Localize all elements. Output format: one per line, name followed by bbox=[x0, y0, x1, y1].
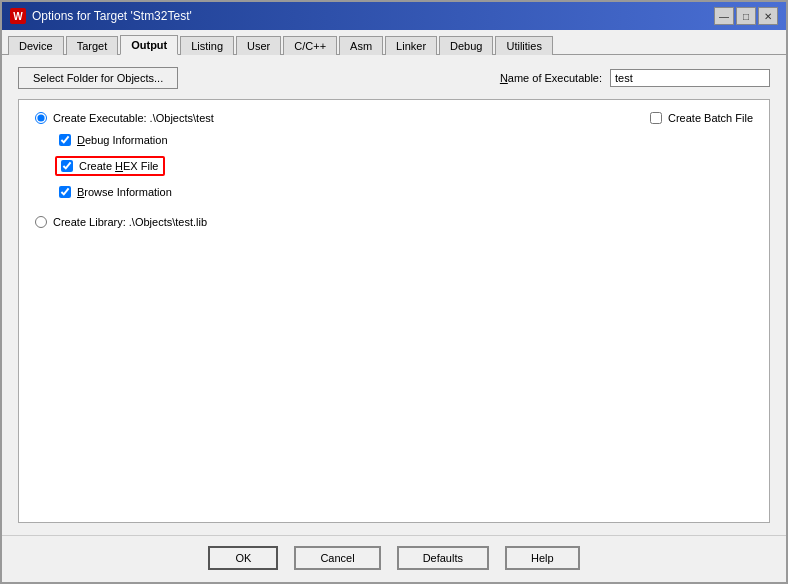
tab-utilities[interactable]: Utilities bbox=[495, 36, 552, 55]
tab-listing[interactable]: Listing bbox=[180, 36, 234, 55]
top-row: Select Folder for Objects... Name of Exe… bbox=[18, 67, 770, 89]
close-button[interactable]: ✕ bbox=[758, 7, 778, 25]
ok-button[interactable]: OK bbox=[208, 546, 278, 570]
browse-info-checkbox[interactable] bbox=[59, 186, 71, 198]
tabs-row: Device Target Output Listing User C/C++ … bbox=[2, 30, 786, 55]
name-exec-input[interactable] bbox=[610, 69, 770, 87]
title-bar: W Options for Target 'Stm32Test' — □ ✕ bbox=[2, 2, 786, 30]
tab-linker[interactable]: Linker bbox=[385, 36, 437, 55]
tab-target[interactable]: Target bbox=[66, 36, 119, 55]
content-area: Select Folder for Objects... Name of Exe… bbox=[2, 55, 786, 535]
maximize-button[interactable]: □ bbox=[736, 7, 756, 25]
debug-info-checkbox[interactable] bbox=[59, 134, 71, 146]
bottom-buttons: OK Cancel Defaults Help bbox=[2, 535, 786, 582]
create-hex-label: Create HEX File bbox=[79, 160, 159, 172]
tab-device[interactable]: Device bbox=[8, 36, 64, 55]
create-batch-checkbox[interactable] bbox=[650, 112, 662, 124]
cancel-button[interactable]: Cancel bbox=[294, 546, 380, 570]
name-exec-row: Name of Executable: bbox=[500, 69, 770, 87]
title-bar-left: W Options for Target 'Stm32Test' bbox=[10, 8, 192, 24]
create-executable-label: Create Executable: .\Objects\test bbox=[53, 112, 214, 124]
create-executable-radio[interactable] bbox=[35, 112, 47, 124]
create-library-radio[interactable] bbox=[35, 216, 47, 228]
select-folder-button[interactable]: Select Folder for Objects... bbox=[18, 67, 178, 89]
options-group: Create Batch File Create Executable: .\O… bbox=[18, 99, 770, 523]
tab-cpp[interactable]: C/C++ bbox=[283, 36, 337, 55]
create-hex-highlight: Create HEX File bbox=[55, 156, 165, 176]
create-library-label: Create Library: .\Objects\test.lib bbox=[53, 216, 207, 228]
debug-info-row: Debug Information bbox=[35, 134, 753, 146]
tab-asm[interactable]: Asm bbox=[339, 36, 383, 55]
create-batch-row: Create Batch File bbox=[650, 112, 753, 124]
help-button[interactable]: Help bbox=[505, 546, 580, 570]
create-executable-row: Create Executable: .\Objects\test bbox=[35, 112, 753, 124]
tab-user[interactable]: User bbox=[236, 36, 281, 55]
title-buttons: — □ ✕ bbox=[714, 7, 778, 25]
window-title: Options for Target 'Stm32Test' bbox=[32, 9, 192, 23]
debug-info-label: Debug Information bbox=[77, 134, 168, 146]
tab-output[interactable]: Output bbox=[120, 35, 178, 55]
main-window: W Options for Target 'Stm32Test' — □ ✕ D… bbox=[0, 0, 788, 584]
defaults-button[interactable]: Defaults bbox=[397, 546, 489, 570]
create-library-row: Create Library: .\Objects\test.lib bbox=[35, 216, 753, 228]
create-batch-label: Create Batch File bbox=[668, 112, 753, 124]
app-icon: W bbox=[10, 8, 26, 24]
create-hex-row: Create HEX File bbox=[35, 156, 753, 176]
browse-info-label: Browse Information bbox=[77, 186, 172, 198]
minimize-button[interactable]: — bbox=[714, 7, 734, 25]
tab-debug[interactable]: Debug bbox=[439, 36, 493, 55]
browse-info-row: Browse Information bbox=[35, 186, 753, 198]
name-exec-label: Name of Executable: bbox=[500, 72, 602, 84]
create-hex-checkbox[interactable] bbox=[61, 160, 73, 172]
